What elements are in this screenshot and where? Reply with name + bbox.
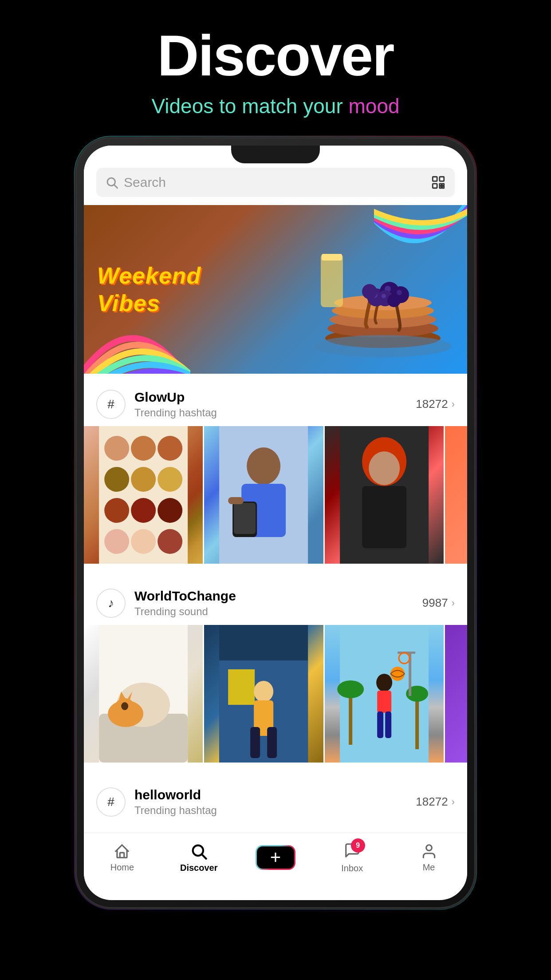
svg-rect-27 — [322, 254, 342, 261]
svg-rect-2 — [433, 177, 437, 181]
phone-notch — [231, 146, 320, 163]
svg-point-31 — [157, 436, 182, 461]
svg-rect-4 — [433, 184, 437, 188]
nav-item-discover[interactable]: Discover — [177, 842, 221, 873]
svg-point-25 — [314, 335, 452, 357]
trending-section-worldtochange: ♪ WorldToChange Trending sound 9987 › — [84, 573, 467, 771]
svg-rect-6 — [442, 186, 444, 188]
svg-point-49 — [369, 451, 400, 485]
svg-rect-45 — [234, 503, 256, 534]
trend-info-worldtochange: WorldToChange Trending sound — [134, 589, 413, 618]
svg-point-39 — [131, 529, 156, 554]
svg-rect-5 — [440, 184, 441, 186]
svg-point-62 — [254, 681, 273, 702]
svg-line-80 — [202, 854, 206, 858]
hero-subtitle-mood: mood — [348, 95, 399, 118]
svg-point-35 — [104, 498, 129, 523]
video-grid-glowup — [84, 426, 467, 564]
svg-point-74 — [376, 674, 392, 692]
hashtag-icon-helloworld: # — [96, 787, 126, 817]
svg-point-30 — [131, 436, 156, 461]
svg-point-58 — [121, 702, 128, 710]
svg-point-34 — [157, 467, 182, 492]
svg-rect-50 — [362, 486, 406, 548]
nav-label-home: Home — [110, 862, 134, 873]
nav-item-home[interactable]: Home — [100, 843, 144, 873]
svg-rect-8 — [440, 186, 441, 188]
svg-point-33 — [131, 467, 156, 492]
svg-point-29 — [104, 436, 129, 461]
svg-point-42 — [247, 447, 280, 485]
svg-rect-3 — [440, 177, 444, 181]
trend-type-helloworld: Trending hashtag — [134, 804, 407, 817]
search-placeholder-text: Search — [124, 175, 425, 190]
phone-screen: Search — [84, 146, 467, 900]
video-thumb-cat[interactable] — [84, 625, 203, 763]
pancake-illustration — [307, 209, 458, 374]
search-icon — [105, 176, 118, 189]
trend-info-glowup: GlowUp Trending hashtag — [134, 390, 407, 419]
svg-point-68 — [337, 680, 364, 698]
chevron-right-icon-3: › — [452, 796, 455, 808]
video-thumb-makeup[interactable] — [84, 426, 203, 564]
trending-header-glowup[interactable]: # GlowUp Trending hashtag 18272 › — [84, 383, 467, 426]
home-icon — [114, 843, 130, 860]
trending-section-glowup: # GlowUp Trending hashtag 18272 › — [84, 374, 467, 573]
svg-rect-7 — [442, 184, 444, 186]
svg-point-37 — [157, 498, 182, 523]
svg-point-81 — [426, 845, 432, 851]
svg-point-78 — [390, 667, 405, 681]
bottom-navigation: Home Discover + — [84, 833, 467, 887]
inbox-notification-badge: 9 — [351, 838, 365, 853]
video-thumb-urban[interactable] — [204, 625, 323, 763]
trend-type-worldtochange: Trending sound — [134, 605, 413, 618]
profile-icon — [421, 843, 437, 860]
trending-header-helloworld[interactable]: # helloworld Trending hashtag 18272 › — [84, 780, 467, 824]
inbox-badge-wrapper: 9 — [344, 842, 361, 861]
video-thumb-basketball[interactable] — [325, 625, 444, 763]
discover-icon — [190, 842, 208, 860]
phone-shell: Search — [76, 138, 475, 908]
phone-wrapper: Search — [76, 138, 475, 908]
trend-type-glowup: Trending hashtag — [134, 407, 407, 419]
svg-line-1 — [114, 185, 118, 188]
banner-background: Weekend Vibes — [84, 205, 467, 374]
qr-scan-icon[interactable] — [431, 175, 446, 190]
chevron-right-icon: › — [452, 399, 455, 410]
svg-point-32 — [104, 467, 129, 492]
nav-label-inbox: Inbox — [341, 863, 363, 873]
app-content: Search — [84, 146, 467, 900]
music-icon-worldtochange: ♪ — [96, 589, 126, 618]
svg-rect-69 — [415, 696, 419, 749]
trending-header-worldtochange[interactable]: ♪ WorldToChange Trending sound 9987 › — [84, 581, 467, 625]
video-thumb-girl-blue[interactable] — [204, 426, 323, 564]
svg-point-36 — [131, 498, 156, 523]
svg-point-24 — [387, 294, 401, 307]
svg-rect-65 — [267, 727, 277, 758]
trend-name-helloworld: helloworld — [134, 787, 407, 802]
search-input-wrapper[interactable]: Search — [96, 168, 455, 197]
svg-point-20 — [382, 294, 386, 298]
svg-rect-77 — [385, 711, 391, 738]
svg-rect-67 — [349, 692, 352, 745]
video-thumb-partial-2[interactable] — [445, 625, 467, 763]
nav-item-me[interactable]: Me — [407, 843, 451, 873]
hero-title: Discover — [151, 27, 399, 84]
hashtag-icon-glowup: # — [96, 390, 126, 419]
svg-point-22 — [397, 290, 402, 295]
banner-title: Weekend Vibes — [97, 261, 239, 317]
trend-count-glowup: 18272 › — [416, 397, 455, 411]
create-plus-button[interactable]: + — [256, 845, 295, 870]
nav-item-inbox[interactable]: 9 Inbox — [330, 842, 374, 873]
svg-rect-76 — [377, 711, 383, 738]
trend-count-helloworld: 18272 › — [416, 795, 455, 809]
svg-rect-61 — [228, 669, 255, 705]
video-thumb-girl-red[interactable] — [325, 426, 444, 564]
trend-info-helloworld: helloworld Trending hashtag — [134, 787, 407, 817]
video-grid-worldtochange — [84, 625, 467, 763]
discover-banner[interactable]: Weekend Vibes — [84, 205, 467, 374]
chevron-right-icon-2: › — [452, 597, 455, 609]
svg-point-40 — [157, 529, 182, 554]
video-thumb-partial-1[interactable] — [445, 426, 467, 564]
nav-item-create[interactable]: + — [253, 845, 298, 870]
